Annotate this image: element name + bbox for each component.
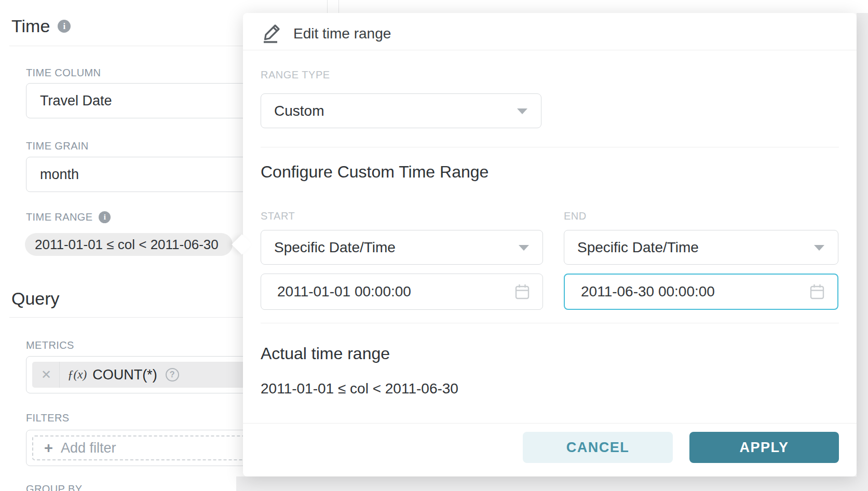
panel-boundary-line [327,0,328,13]
cancel-button[interactable]: CANCEL [523,432,673,463]
actual-time-range-heading: Actual time range [261,344,390,363]
time-section-title: Time [11,16,50,36]
metrics-label: METRICS [26,339,74,351]
modal-title: Edit time range [293,25,391,42]
page-background-strip [236,476,868,491]
remove-metric-icon[interactable]: ✕ [41,369,51,381]
modal-section-divider [261,323,839,323]
range-type-select[interactable]: Custom [261,93,541,128]
info-icon[interactable]: i [58,20,71,33]
add-filter-label: Add filter [61,440,116,456]
help-icon[interactable]: ? [166,368,179,381]
edit-pencil-icon [262,19,283,43]
time-grain-value: month [40,167,79,183]
start-label: START [261,210,295,222]
start-mode-value: Specific Date/Time [274,239,396,256]
modal-section-divider [261,147,839,147]
filters-label: FILTERS [26,412,70,424]
query-section-title: Query [11,289,60,309]
calendar-icon[interactable] [514,283,530,300]
modal-footer-divider [243,423,857,424]
time-range-pill[interactable]: 2011-01-01 ≤ col < 2011-06-30 [25,233,233,256]
modal-header-divider [243,50,857,50]
time-column-label: TIME COLUMN [26,67,101,79]
start-datetime-input[interactable] [261,283,514,300]
edit-time-range-popover: Edit time range RANGE TYPE Custom Config… [243,13,857,476]
metric-name: COUNT(*) [92,367,157,383]
function-icon: ƒ(x) [67,368,87,381]
info-icon[interactable]: i [99,211,111,223]
caret-down-icon [519,245,529,251]
page-background-strip [857,13,868,491]
plus-icon: + [44,441,53,456]
time-grain-label: TIME GRAIN [26,140,89,152]
end-mode-value: Specific Date/Time [577,239,699,256]
group-by-label: GROUP BY [26,483,82,491]
query-section-heading: Query [11,289,60,309]
caret-down-icon [517,108,527,114]
calendar-icon[interactable] [809,283,825,300]
caret-down-icon [814,245,824,251]
range-type-label: RANGE TYPE [261,69,330,81]
range-type-value: Custom [274,103,324,119]
start-datetime-field [261,274,543,310]
end-mode-select[interactable]: Specific Date/Time [564,230,838,265]
configure-heading: Configure Custom Time Range [261,162,489,182]
end-label: END [564,210,587,222]
time-column-value: Travel Date [40,93,112,109]
start-mode-select[interactable]: Specific Date/Time [261,230,543,265]
end-datetime-input[interactable] [565,283,809,300]
time-section-heading: Time i [11,16,71,36]
chart-area-boundary-line [338,0,339,13]
metric-pill-divider [59,362,60,388]
time-range-value: 2011-01-01 ≤ col < 2011-06-30 [35,237,219,253]
time-range-label: TIME RANGE i [26,211,111,223]
explore-chart-page: Time i TIME COLUMN Travel Date TIME GRAI… [0,0,868,491]
actual-time-range-value: 2011-01-01 ≤ col < 2011-06-30 [261,380,458,397]
apply-button[interactable]: APPLY [689,432,839,463]
end-datetime-field [564,274,838,310]
